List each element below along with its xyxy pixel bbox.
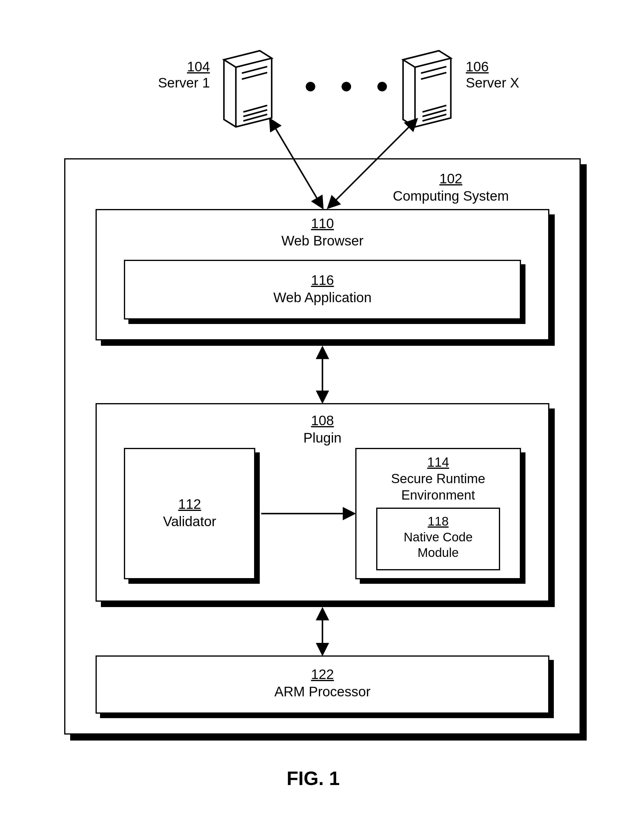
server1-icon (215, 42, 290, 129)
ncm-number: 118 (428, 514, 449, 528)
arm-number: 122 (311, 666, 334, 682)
plugin-label: 108 Plugin (95, 412, 549, 446)
web-application-number: 116 (311, 272, 334, 288)
serverx-name: Server X (466, 75, 519, 91)
svg-point-17 (342, 82, 351, 91)
plugin-number: 108 (311, 413, 334, 428)
server1-name: Server 1 (158, 75, 210, 91)
arm-label: 122 ARM Processor (95, 666, 549, 700)
sre-name-line1: Secure Runtime (391, 471, 485, 486)
computing-system-name: Computing System (393, 188, 509, 204)
sre-number: 114 (427, 455, 449, 469)
ncm-name-line2: Module (418, 546, 459, 559)
computing-system-label: 102 Computing System (373, 170, 528, 205)
web-browser-name: Web Browser (281, 233, 363, 249)
validator-name: Validator (163, 514, 216, 529)
serverx-number: 106 (466, 59, 489, 74)
arm-name: ARM Processor (274, 684, 371, 699)
validator-label: 112 Validator (124, 496, 255, 530)
sre-name-line2: Environment (401, 488, 475, 502)
web-application-label: 116 Web Application (124, 272, 521, 306)
server1-number: 104 (187, 59, 210, 74)
svg-point-16 (306, 82, 315, 91)
web-application-name: Web Application (273, 289, 371, 305)
server1-label: 104 Server 1 (132, 58, 210, 91)
svg-point-18 (378, 82, 387, 91)
ncm-name-line1: Native Code (404, 530, 473, 544)
plugin-name: Plugin (303, 430, 342, 446)
sre-label: 114 Secure Runtime Environment (355, 454, 521, 503)
computing-system-number: 102 (439, 171, 462, 186)
validator-number: 112 (178, 496, 201, 512)
servers-ellipsis-icon (299, 78, 394, 97)
serverx-icon (394, 42, 469, 129)
ncm-label: 118 Native Code Module (376, 514, 500, 561)
serverx-label: 106 Server X (466, 58, 543, 91)
web-browser-label: 110 Web Browser (95, 215, 549, 249)
web-browser-number: 110 (311, 216, 334, 231)
figure-caption: FIG. 1 (287, 768, 340, 789)
figure-page: 104 Server 1 106 Server X (0, 0, 644, 834)
